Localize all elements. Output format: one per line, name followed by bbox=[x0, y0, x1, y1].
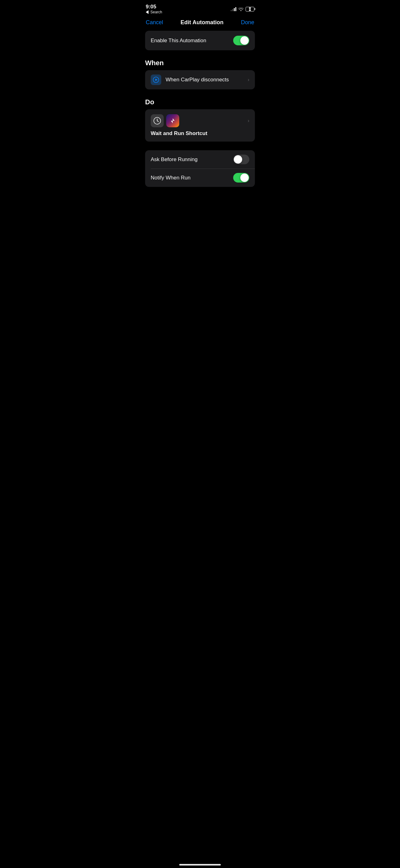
carplay-play-icon bbox=[153, 77, 159, 83]
carplay-trigger-row[interactable]: When CarPlay disconnects › bbox=[145, 70, 255, 89]
status-right: 26 bbox=[231, 7, 254, 11]
notify-when-run-toggle[interactable] bbox=[233, 173, 249, 183]
nav-bar: Cancel Edit Automation Done bbox=[139, 16, 261, 31]
back-arrow-icon bbox=[146, 10, 148, 14]
ask-toggle-knob bbox=[234, 155, 242, 164]
carplay-trigger-label: When CarPlay disconnects bbox=[166, 77, 245, 83]
do-chevron-container: › bbox=[182, 118, 249, 124]
enable-automation-row: Enable This Automation bbox=[145, 31, 255, 50]
shortcuts-svg bbox=[168, 116, 177, 125]
status-search: Search bbox=[146, 10, 162, 14]
battery-icon: 26 bbox=[245, 7, 254, 11]
signal-bar-1 bbox=[231, 10, 232, 11]
main-content: Enable This Automation When When CarPlay… bbox=[139, 31, 261, 187]
carplay-icon bbox=[151, 74, 161, 85]
status-bar: 9:05 Search 26 bbox=[139, 0, 261, 16]
when-section-header: When bbox=[145, 59, 255, 67]
notify-when-run-label: Notify When Run bbox=[151, 175, 191, 181]
signal-bar-4 bbox=[235, 7, 236, 11]
clock-svg bbox=[153, 117, 161, 125]
signal-bar-3 bbox=[234, 8, 235, 11]
when-card: When CarPlay disconnects › bbox=[145, 70, 255, 89]
ask-before-running-toggle[interactable] bbox=[233, 155, 249, 164]
do-icons-row: › bbox=[151, 114, 249, 127]
shortcuts-icon bbox=[166, 114, 179, 127]
enable-automation-toggle[interactable] bbox=[233, 36, 249, 45]
page-title: Edit Automation bbox=[180, 19, 223, 26]
notify-toggle-knob bbox=[240, 174, 249, 182]
signal-bar-2 bbox=[232, 9, 233, 11]
settings-card: Ask Before Running Notify When Run bbox=[145, 150, 255, 187]
ask-before-running-label: Ask Before Running bbox=[151, 156, 198, 163]
enable-automation-label: Enable This Automation bbox=[151, 37, 206, 44]
status-time: 9:05 bbox=[146, 4, 156, 10]
do-chevron-icon: › bbox=[248, 118, 249, 124]
notify-when-run-row: Notify When Run bbox=[145, 168, 255, 187]
svg-marker-1 bbox=[155, 79, 158, 81]
done-button[interactable]: Done bbox=[241, 19, 254, 26]
status-left: 9:05 Search bbox=[146, 4, 162, 14]
cancel-button[interactable]: Cancel bbox=[146, 19, 163, 26]
clock-icon bbox=[151, 114, 164, 127]
do-section-header: Do bbox=[145, 98, 255, 106]
ask-before-running-row: Ask Before Running bbox=[145, 150, 255, 168]
signal-bars bbox=[231, 7, 236, 11]
chevron-right-icon: › bbox=[248, 77, 249, 83]
do-card[interactable]: › Wait and Run Shortcut bbox=[145, 109, 255, 142]
toggle-knob bbox=[240, 36, 249, 45]
battery-level: 26 bbox=[249, 8, 252, 10]
do-action-title: Wait and Run Shortcut bbox=[151, 130, 249, 136]
wifi-icon bbox=[238, 7, 244, 11]
